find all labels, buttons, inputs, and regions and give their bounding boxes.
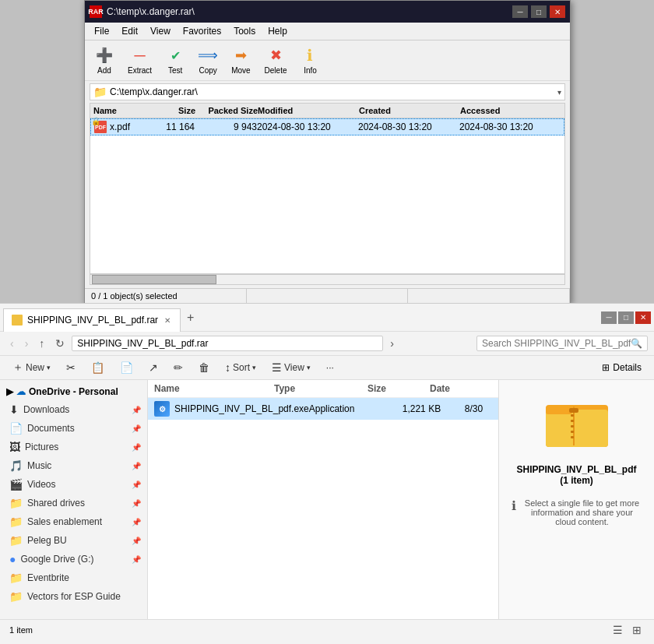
toolbar-add-button[interactable]: ➕ Add bbox=[90, 44, 119, 77]
sort-label: Sort bbox=[233, 362, 250, 373]
new-button[interactable]: ＋ New ▾ bbox=[6, 358, 57, 377]
toolbar-test-button[interactable]: ✔ Test bbox=[160, 44, 190, 77]
documents-icon: 📄 bbox=[9, 422, 23, 435]
paste-button[interactable]: 📄 bbox=[114, 359, 139, 376]
nav-up-button[interactable]: ↑ bbox=[35, 335, 48, 352]
sidebar-item-documents[interactable]: 📄 Documents 📌 bbox=[0, 419, 147, 438]
sidebar-item-sales[interactable]: 📁 Sales enablement 📌 bbox=[0, 512, 147, 531]
sort-button[interactable]: ↕ Sort ▾ bbox=[219, 359, 262, 376]
sidebar-item-downloads[interactable]: ⬇ Downloads 📌 bbox=[0, 400, 147, 419]
menu-favorites[interactable]: Favorites bbox=[177, 24, 227, 38]
col-modified[interactable]: Modified bbox=[258, 106, 359, 115]
new-tab-button[interactable]: + bbox=[181, 308, 200, 328]
content-col-date[interactable]: Date bbox=[430, 383, 492, 394]
nav-back-button[interactable]: ‹ bbox=[6, 335, 18, 352]
explorer-status-text: 1 item bbox=[9, 625, 33, 635]
grid-view-button[interactable]: ⊞ bbox=[629, 622, 645, 638]
music-pin-icon: 📌 bbox=[132, 462, 141, 470]
winrar-minimize-button[interactable]: ─ bbox=[512, 5, 528, 18]
svg-rect-8 bbox=[571, 431, 574, 433]
nav-refresh-button[interactable]: ↻ bbox=[51, 335, 69, 352]
search-input[interactable] bbox=[482, 338, 631, 349]
view-label: View bbox=[284, 362, 304, 373]
lock-icon: 🔒 bbox=[91, 117, 100, 125]
sidebar-item-peleg[interactable]: 📁 Peleg BU 📌 bbox=[0, 531, 147, 550]
content-col-size[interactable]: Size bbox=[367, 383, 430, 394]
addressbar-dropdown-icon[interactable]: ▾ bbox=[557, 88, 561, 97]
rename-button[interactable]: ✏ bbox=[167, 359, 189, 376]
shared-drives-icon: 📁 bbox=[9, 497, 23, 509]
explorer-search-box[interactable]: 🔍 bbox=[476, 336, 648, 351]
content-file-size: 1,221 KB bbox=[403, 403, 465, 414]
sidebar-item-eventbrite[interactable]: 📁 Eventbrite bbox=[0, 568, 147, 587]
sidebar-section-label: OneDrive - Personal bbox=[29, 386, 118, 397]
col-packed-size[interactable]: Packed Size bbox=[195, 106, 258, 115]
nav-breadcrumb-expand-button[interactable]: › bbox=[386, 335, 398, 352]
toolbar-extract-button[interactable]: ─ Extract bbox=[122, 44, 157, 77]
table-row[interactable]: ⚙ SHIPPING_INV_PL_BL_pdf.exe Application… bbox=[148, 398, 498, 420]
content-file-date: 8/30 bbox=[465, 403, 498, 414]
sidebar-item-vectors[interactable]: 📁 Vectors for ESP Guide bbox=[0, 587, 147, 606]
explorer-close-button[interactable]: ✕ bbox=[635, 311, 651, 324]
menu-tools[interactable]: Tools bbox=[227, 24, 262, 38]
sidebar-pictures-label: Pictures bbox=[25, 442, 127, 452]
sidebar-item-gdrive[interactable]: ● Google Drive (G:) 📌 bbox=[0, 550, 147, 568]
toolbar-copy-button[interactable]: ⟹ Copy bbox=[193, 44, 223, 77]
search-icon[interactable]: 🔍 bbox=[631, 338, 642, 349]
toolbar-delete-button[interactable]: ✖ Delete bbox=[259, 44, 293, 77]
scrollbar-thumb[interactable] bbox=[92, 275, 216, 284]
view-button[interactable]: ☰ View ▾ bbox=[265, 359, 317, 376]
peleg-icon: 📁 bbox=[9, 534, 23, 547]
menu-edit[interactable]: Edit bbox=[115, 24, 144, 38]
details-panel-button[interactable]: ⊞ Details bbox=[596, 360, 648, 375]
toolbar-info-button[interactable]: ℹ Info bbox=[295, 44, 325, 77]
menu-help[interactable]: Help bbox=[262, 24, 294, 38]
sidebar-item-shared-drives[interactable]: 📁 Shared drives 📌 bbox=[0, 494, 147, 512]
test-icon: ✔ bbox=[166, 46, 185, 65]
videos-pin-icon: 📌 bbox=[132, 480, 141, 489]
nav-forward-button[interactable]: › bbox=[21, 335, 33, 352]
explorer-minimize-button[interactable]: ─ bbox=[601, 311, 617, 324]
view-icon: ☰ bbox=[272, 361, 282, 374]
col-accessed[interactable]: Accessed bbox=[460, 106, 561, 115]
col-size[interactable]: Size bbox=[133, 106, 195, 115]
sales-icon: 📁 bbox=[9, 516, 23, 528]
filelist-header: Name Size Packed Size Modified Created A… bbox=[90, 104, 564, 118]
sidebar-item-videos[interactable]: 🎬 Videos 📌 bbox=[0, 475, 147, 494]
toolbar-info-label: Info bbox=[304, 66, 317, 75]
content-col-name[interactable]: Name bbox=[154, 383, 274, 394]
copy-button[interactable]: 📋 bbox=[85, 359, 111, 376]
sidebar-item-music[interactable]: 🎵 Music 📌 bbox=[0, 456, 147, 475]
paste-icon: 📄 bbox=[120, 361, 133, 374]
move-icon: ➡ bbox=[231, 46, 250, 65]
svg-rect-5 bbox=[571, 414, 574, 417]
col-created[interactable]: Created bbox=[359, 106, 460, 115]
table-row[interactable]: 🔒 PDF x.pdf 11 164 9 943 2024-08-30 13:2… bbox=[90, 118, 564, 135]
explorer-tab-active[interactable]: SHIPPING_INV_PL_BL_pdf.rar ✕ bbox=[3, 308, 181, 332]
share-icon: ↗ bbox=[149, 361, 158, 374]
more-options-button[interactable]: ··· bbox=[320, 360, 340, 375]
winrar-horizontal-scrollbar[interactable] bbox=[90, 274, 565, 285]
menu-view[interactable]: View bbox=[144, 24, 177, 38]
shared-drives-pin-icon: 📌 bbox=[132, 499, 141, 508]
col-name[interactable]: Name bbox=[93, 106, 133, 115]
winrar-restore-button[interactable]: □ bbox=[531, 5, 547, 18]
explorer-restore-button[interactable]: □ bbox=[618, 311, 634, 324]
winrar-addressbar[interactable]: 📁 C:\temp\x.danger.rar\ ▾ bbox=[90, 83, 565, 100]
onedrive-icon: ☁ bbox=[16, 386, 26, 397]
explorer-addressbar[interactable]: SHIPPING_INV_PL_BL_pdf.rar bbox=[72, 336, 383, 351]
tab-close-button[interactable]: ✕ bbox=[163, 315, 172, 326]
toolbar-move-button[interactable]: ➡ Move bbox=[226, 44, 255, 77]
file-name-cell: 🔒 PDF x.pdf bbox=[94, 121, 132, 133]
sidebar-section-header[interactable]: ▶ ☁ OneDrive - Personal bbox=[0, 383, 147, 400]
content-col-type[interactable]: Type bbox=[274, 383, 367, 394]
sidebar-item-pictures[interactable]: 🖼 Pictures 📌 bbox=[0, 438, 147, 456]
list-view-button[interactable]: ☰ bbox=[610, 622, 626, 638]
explorer-command-bar: ＋ New ▾ ✂ 📋 📄 ↗ ✏ 🗑 ↕ Sort ▾ ☰ View bbox=[0, 356, 654, 380]
delete-cmd-button[interactable]: 🗑 bbox=[192, 359, 216, 376]
winrar-close-button[interactable]: ✕ bbox=[550, 5, 565, 18]
cut-button[interactable]: ✂ bbox=[60, 359, 82, 376]
share-button[interactable]: ↗ bbox=[142, 359, 164, 376]
menu-file[interactable]: File bbox=[88, 24, 115, 38]
winrar-title: C:\temp\x.danger.rar\ bbox=[107, 6, 195, 17]
